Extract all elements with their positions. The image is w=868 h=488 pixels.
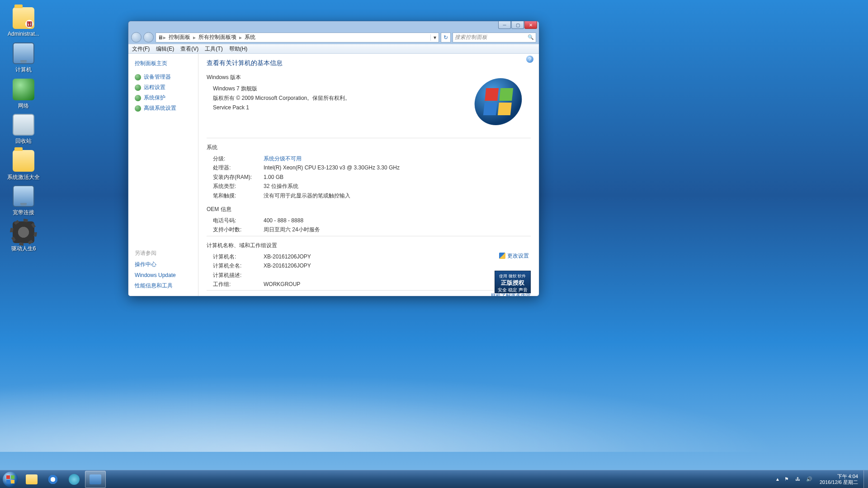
folder-icon — [13, 150, 34, 172]
desktop-icon-label: 回收站 — [6, 137, 41, 145]
tray-show-hidden[interactable]: ▲ — [775, 477, 780, 482]
cpu-value: Intel(R) Xeon(R) CPU E3-1230 v3 @ 3.30GH… — [264, 163, 400, 172]
system-icon — [90, 474, 101, 484]
see-also-performance[interactable]: 性能信息和工具 — [128, 280, 198, 291]
menu-help[interactable]: 帮助(H) — [229, 45, 248, 53]
sidebar-item-remote[interactable]: 远程设置 — [128, 82, 198, 93]
desktop-icon-recycle-bin[interactable]: 回收站 — [6, 114, 41, 145]
desktop-icon-network[interactable]: 网络 — [6, 79, 41, 110]
nav-forward-button[interactable] — [143, 32, 154, 42]
taskbar-360[interactable] — [64, 471, 85, 488]
nav-back-button[interactable] — [131, 32, 142, 42]
desktop-icon-label: 宽带连接 — [6, 209, 41, 216]
start-orb-icon — [3, 472, 18, 487]
desktop-icon-label: 网络 — [6, 102, 41, 110]
see-also-windows-update[interactable]: Windows Update — [128, 270, 198, 280]
menu-file[interactable]: 文件(F) — [132, 45, 150, 53]
see-also-action-center[interactable]: 操作中心 — [128, 259, 198, 270]
desktop-icon-admin[interactable]: ⚿ Administrat... — [6, 7, 41, 37]
taskbar-ie[interactable] — [42, 471, 63, 488]
sidebar-item-advanced[interactable]: 高级系统设置 — [128, 103, 198, 113]
desktop-icon-activation[interactable]: 系统激活大全 — [6, 150, 41, 181]
system-window: ─ ▢ ✕ 🖥 ▸ 控制面板 ▸ 所有控制面板项 ▸ 系统 ▾ ↻ 搜索控制面板… — [128, 21, 539, 296]
system-tray: ▲ ⚑ 🖧 🔊 下午 4:04 2016/12/6 星期二 — [775, 474, 863, 485]
desktop-icon-label: 计算机 — [6, 66, 41, 74]
pcfull-value: XB-20161206JOPY — [264, 261, 311, 270]
breadcrumb-seg[interactable]: 控制面板 — [166, 34, 193, 41]
section-computer-name: 计算机名称、域和工作组设置 — [207, 242, 531, 249]
tray-network-icon[interactable]: 🖧 — [795, 476, 802, 483]
refresh-button[interactable]: ↻ — [441, 33, 451, 42]
desktop-icon-driver[interactable]: 驱动人生6 — [6, 221, 41, 253]
menu-view[interactable]: 查看(V) — [180, 45, 198, 53]
gear-icon — [13, 221, 34, 243]
pen-value: 没有可用于此显示器的笔或触控输入 — [264, 191, 350, 200]
change-settings-link[interactable]: 更改设置 — [499, 252, 529, 260]
genuine-badge[interactable]: 使用 微软 软件 正版授权 安全 稳定 声音 — [495, 271, 531, 293]
sidebar-item-protection[interactable]: 系统保护 — [128, 93, 198, 103]
folder-icon — [26, 474, 38, 484]
maximize-button[interactable]: ▢ — [511, 21, 524, 29]
bullet-icon — [135, 74, 141, 80]
see-also-header: 另请参阅 — [128, 248, 198, 259]
sidebar-item-device-manager[interactable]: 设备管理器 — [128, 72, 198, 82]
close-button[interactable]: ✕ — [524, 21, 537, 29]
folder-icon: ⚿ — [13, 7, 34, 29]
section-system: 系统 — [207, 144, 531, 151]
help-icon[interactable]: ? — [526, 56, 533, 63]
show-desktop-button[interactable] — [863, 470, 868, 488]
desktop-icon-label: 驱动人生6 — [6, 245, 41, 253]
recycle-bin-icon — [13, 114, 34, 136]
genuine-more-link[interactable]: 联机了解更多内容 — [491, 292, 531, 296]
tray-clock[interactable]: 下午 4:04 2016/12/6 星期二 — [817, 474, 861, 485]
breadcrumb-seg[interactable]: 系统 — [242, 34, 258, 41]
browser-icon — [69, 474, 80, 485]
navbar: 🖥 ▸ 控制面板 ▸ 所有控制面板项 ▸ 系统 ▾ ↻ 搜索控制面板 — [128, 31, 539, 44]
workgroup-value: WORKGROUP — [264, 280, 300, 289]
computer-icon — [13, 42, 34, 64]
taskbar: ▲ ⚑ 🖧 🔊 下午 4:04 2016/12/6 星期二 — [0, 470, 868, 488]
start-button[interactable] — [0, 470, 21, 488]
search-input[interactable]: 搜索控制面板 — [453, 33, 536, 42]
pcname-value: XB-20161206JOPY — [264, 252, 311, 261]
page-heading: 查看有关计算机的基本信息 — [207, 59, 531, 67]
connection-icon — [13, 185, 34, 207]
shield-icon — [499, 253, 505, 259]
section-oem: OEM 信息 — [207, 206, 531, 213]
tray-flag-icon[interactable]: ⚑ — [784, 476, 791, 483]
globe-icon — [13, 79, 34, 100]
breadcrumb-icon: 🖥 — [158, 35, 163, 40]
ie-icon — [47, 474, 58, 485]
breadcrumb-dropdown[interactable]: ▾ — [430, 34, 439, 41]
sidebar: 控制面板主页 设备管理器 远程设置 系统保护 高级系统设置 另请参阅 操作中心 … — [128, 54, 198, 296]
minimize-button[interactable]: ─ — [498, 21, 511, 29]
hours-value: 周日至周六 24小时服务 — [264, 225, 320, 234]
rating-link[interactable]: 系统分级不可用 — [264, 154, 302, 163]
content-pane: ? 查看有关计算机的基本信息 Windows 版本 Windows 7 旗舰版 … — [198, 54, 539, 296]
breadcrumb-seg[interactable]: 所有控制面板项 — [196, 34, 239, 41]
menubar: 文件(F) 编辑(E) 查看(V) 工具(T) 帮助(H) — [128, 44, 539, 54]
systype-value: 32 位操作系统 — [264, 182, 298, 191]
desktop-icon-label: 系统激活大全 — [6, 174, 41, 181]
bullet-icon — [135, 105, 141, 112]
tray-volume-icon[interactable]: 🔊 — [806, 476, 812, 483]
desktop-icon-broadband[interactable]: 宽带连接 — [6, 185, 41, 216]
ram-value: 1.00 GB — [264, 173, 283, 182]
section-edition: Windows 版本 — [207, 74, 531, 81]
desktop-icon-label: Administrat... — [6, 31, 41, 37]
taskbar-system[interactable] — [85, 471, 106, 488]
desktop-icon-computer[interactable]: 计算机 — [6, 42, 41, 74]
taskbar-explorer[interactable] — [21, 471, 42, 488]
sidebar-home[interactable]: 控制面板主页 — [128, 58, 198, 72]
menu-tools[interactable]: 工具(T) — [205, 45, 222, 53]
menu-edit[interactable]: 编辑(E) — [156, 45, 174, 53]
phone-value: 400 - 888 - 8888 — [264, 216, 303, 225]
titlebar: ─ ▢ ✕ — [128, 21, 539, 31]
bullet-icon — [135, 84, 141, 91]
bullet-icon — [135, 95, 141, 101]
breadcrumb[interactable]: 🖥 ▸ 控制面板 ▸ 所有控制面板项 ▸ 系统 ▾ — [156, 33, 439, 42]
